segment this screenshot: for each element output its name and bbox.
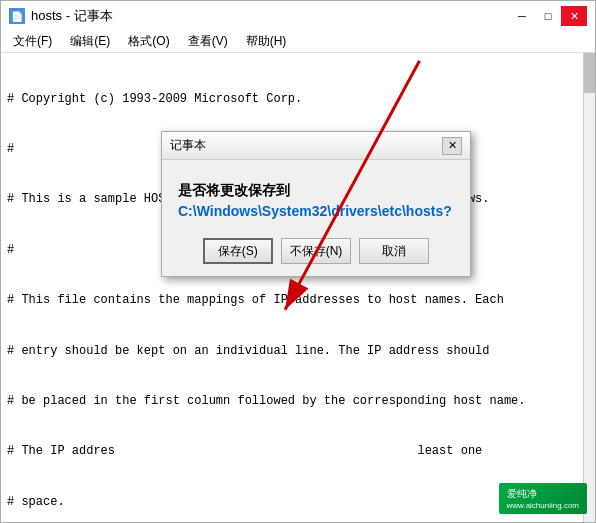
save-button[interactable]: 保存(S)	[203, 238, 273, 264]
cancel-button[interactable]: 取消	[359, 238, 429, 264]
scrollbar[interactable]	[583, 53, 595, 522]
menu-view[interactable]: 查看(V)	[180, 31, 236, 52]
menu-file[interactable]: 文件(F)	[5, 31, 60, 52]
text-line: # be placed in the first column followed…	[7, 393, 589, 410]
watermark-line2: www.aichuniing.com	[507, 501, 579, 510]
menu-edit[interactable]: 编辑(E)	[62, 31, 118, 52]
minimize-button[interactable]: ─	[509, 6, 535, 26]
dialog-close-button[interactable]: ✕	[442, 137, 462, 155]
title-bar: 📄 hosts - 记事本 ─ □ ✕	[1, 1, 595, 31]
title-bar-left: 📄 hosts - 记事本	[9, 7, 113, 25]
dialog-title-bar: 记事本 ✕	[162, 132, 470, 160]
scrollbar-thumb[interactable]	[584, 53, 595, 93]
restore-button[interactable]: □	[535, 6, 561, 26]
window-close-button[interactable]: ✕	[561, 6, 587, 26]
dialog-file-path: C:\Windows\System32\drivers\etc\hosts?	[178, 203, 452, 219]
text-line: # Copyright (c) 1993-2009 Microsoft Corp…	[7, 91, 589, 108]
watermark-line1: 爱纯净	[507, 487, 579, 501]
dialog-buttons: 保存(S) 不保存(N) 取消	[178, 238, 454, 264]
title-bar-controls: ─ □ ✕	[509, 6, 587, 26]
window-title: hosts - 记事本	[31, 7, 113, 25]
text-line: # This file contains the mappings of IP …	[7, 292, 589, 309]
menu-help[interactable]: 帮助(H)	[238, 31, 295, 52]
save-dialog: 记事本 ✕ 是否将更改保存到 C:\Windows\System32\drive…	[161, 131, 471, 277]
dialog-body: 是否将更改保存到 C:\Windows\System32\drivers\etc…	[162, 160, 470, 276]
dialog-title: 记事本	[170, 137, 206, 154]
dialog-message-line1: 是否将更改保存到	[178, 182, 290, 198]
text-content[interactable]: # Copyright (c) 1993-2009 Microsoft Corp…	[1, 53, 595, 522]
notepad-window: 📄 hosts - 记事本 ─ □ ✕ 文件(F) 编辑(E) 格式(O) 查看…	[0, 0, 596, 523]
text-line: # entry should be kept on an individual …	[7, 343, 589, 360]
dont-save-button[interactable]: 不保存(N)	[281, 238, 352, 264]
menu-format[interactable]: 格式(O)	[120, 31, 177, 52]
watermark: 爱纯净 www.aichuniing.com	[499, 483, 587, 514]
text-area: # Copyright (c) 1993-2009 Microsoft Corp…	[1, 53, 595, 522]
dialog-message: 是否将更改保存到 C:\Windows\System32\drivers\etc…	[178, 180, 454, 222]
text-line: # The IP addres least one	[7, 443, 589, 460]
menu-bar: 文件(F) 编辑(E) 格式(O) 查看(V) 帮助(H)	[1, 31, 595, 53]
notepad-icon: 📄	[9, 8, 25, 24]
